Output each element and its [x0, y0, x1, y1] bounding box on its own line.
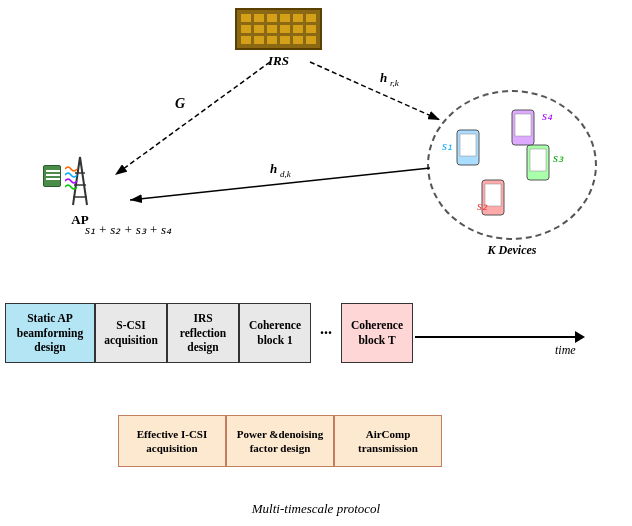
svg-rect-10 — [530, 149, 546, 171]
tl-block-scsi: S-CSIacquisition — [95, 303, 167, 363]
sub-timeline-row: Effective I-CSIacquisition Power &denois… — [118, 415, 442, 467]
svg-text:s₂: s₂ — [477, 198, 488, 213]
signal-sum: s₁ + s₂ + s₃ + s₄ — [85, 218, 245, 244]
sub-block-air: AirComptransmission — [334, 415, 442, 467]
svg-line-19 — [115, 62, 270, 175]
sub-block-eff: Effective I-CSIacquisition — [118, 415, 226, 467]
devices-svg: s₁ s₂ s₃ s₄ — [427, 90, 597, 240]
k-devices-area: s₁ s₂ s₃ s₄ K Devices — [427, 90, 597, 240]
timeline-area: Static APbeamformingdesign S-CSIacquisit… — [0, 285, 632, 525]
irs-component: IRS — [235, 8, 322, 69]
tl-block-irs: IRS reflectiondesign — [167, 303, 239, 363]
diagram-area: IRS AP — [0, 0, 632, 285]
k-devices-label: K Devices — [488, 243, 537, 258]
svg-text:r,k: r,k — [390, 78, 400, 88]
svg-text:d,k: d,k — [280, 169, 292, 179]
irs-grid — [235, 8, 322, 50]
tl-block-static: Static APbeamformingdesign — [5, 303, 95, 363]
tl-block-coh1: Coherenceblock 1 — [239, 303, 311, 363]
svg-rect-12 — [515, 114, 531, 136]
svg-text:h: h — [380, 70, 387, 85]
svg-text:s₁ + s₂ + s₃ + s₄: s₁ + s₂ + s₃ + s₄ — [85, 222, 172, 237]
irs-label: IRS — [235, 53, 322, 69]
sub-block-pow: Power &denoisingfactor design — [226, 415, 334, 467]
protocol-label: Multi-timescale protocol — [252, 501, 380, 517]
timeline-row: Static APbeamformingdesign S-CSIacquisit… — [5, 303, 413, 363]
svg-line-20 — [310, 62, 440, 120]
time-label: time — [555, 343, 576, 358]
svg-rect-6 — [460, 134, 476, 156]
svg-text:s₃: s₃ — [553, 150, 564, 165]
svg-rect-8 — [485, 184, 501, 206]
tl-block-cohT: Coherenceblock T — [341, 303, 413, 363]
svg-text:s₄: s₄ — [542, 108, 553, 123]
svg-text:s₁: s₁ — [442, 138, 452, 153]
server-icon — [43, 165, 61, 187]
svg-line-21 — [130, 168, 430, 200]
svg-text:G: G — [175, 96, 185, 111]
svg-text:h: h — [270, 161, 277, 176]
svg-line-1 — [80, 157, 87, 205]
ap-tower — [65, 155, 95, 210]
tl-dots: ··· — [311, 303, 341, 363]
